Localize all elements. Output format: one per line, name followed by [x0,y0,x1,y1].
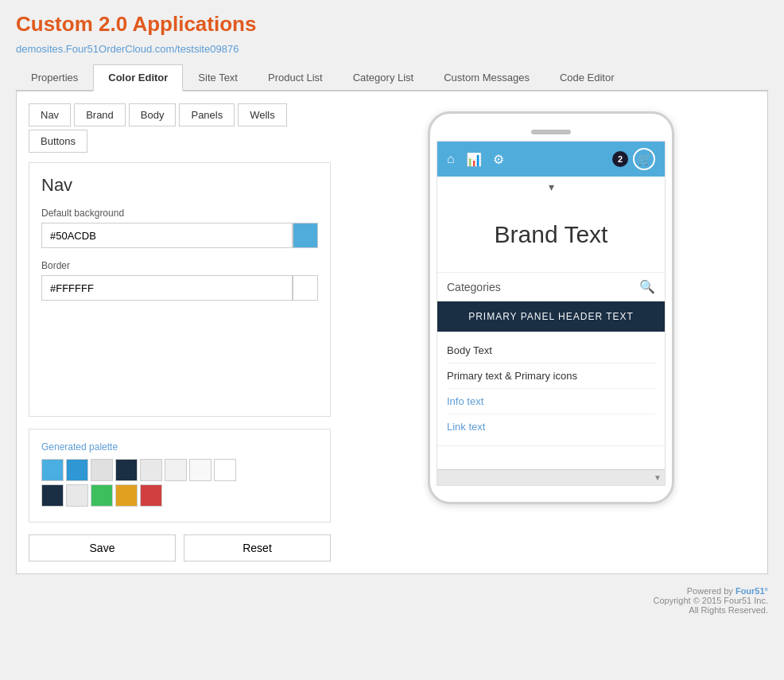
tab-category-list[interactable]: Category List [338,64,429,91]
subtab-panels[interactable]: Panels [179,103,235,126]
left-panel: Nav Brand Body Panels Wells Buttons Nav … [29,103,331,561]
chart-icon[interactable]: 📊 [466,152,482,167]
phone-screen: ⌂ 📊 ⚙ 2 🛒 ▾ Brand Text [437,141,666,486]
palette-swatch[interactable] [41,459,64,481]
body-item-3: Info text [447,389,655,414]
body-item-2: Primary text & Primary icons [447,363,655,389]
brand-text-display: Brand Text [445,221,657,248]
tab-site-text[interactable]: Site Text [183,64,253,91]
main-content: Nav Brand Body Panels Wells Buttons Nav … [16,91,768,574]
subtab-wells[interactable]: Wells [238,103,287,126]
right-panel: ⌂ 📊 ⚙ 2 🛒 ▾ Brand Text [347,103,755,561]
palette-swatch[interactable] [140,459,162,481]
color-swatch-border[interactable] [293,275,318,301]
palette-swatch[interactable] [165,459,187,481]
color-field-border [41,275,318,301]
palette-swatch[interactable] [115,459,138,481]
site-url[interactable]: demosites.Four51OrderCloud.com/testsite0… [16,43,768,55]
tab-color-editor[interactable]: Color Editor [93,64,183,91]
color-swatch-bg[interactable] [293,223,318,248]
field-label-default-bg: Default background [41,208,318,219]
body-items: Body Text Primary text & Primary icons I… [437,332,665,445]
editor-scroll-area[interactable]: Nav Default background Border [29,162,331,417]
page-title: Custom 2.0 Applications [16,12,768,37]
home-icon[interactable]: ⌂ [447,152,455,166]
tab-product-list[interactable]: Product List [253,64,338,91]
top-tabs: Properties Color Editor Site Text Produc… [16,64,768,91]
search-icon[interactable]: 🔍 [639,279,655,294]
footer-rights: All Rights Reserved. [689,605,768,615]
palette-swatch[interactable] [91,459,113,481]
cart-badge: 2 [612,151,628,167]
color-field-bg [41,223,318,248]
phone-nav-bar: ⌂ 📊 ⚙ 2 🛒 [437,142,665,177]
action-buttons: Save Reset [29,534,331,561]
palette-section: Generated palette [29,429,331,523]
editor-section-title: Nav [41,175,318,196]
categories-bar: Categories 🔍 [437,273,665,301]
palette-swatch[interactable] [189,459,212,481]
palette-swatch[interactable] [115,484,138,507]
phone-nav-right: 2 🛒 [612,148,655,170]
footer-powered-by: Powered by [687,586,735,596]
sub-tabs: Nav Brand Body Panels Wells Buttons [29,103,331,153]
subtab-nav[interactable]: Nav [29,103,71,126]
color-input-border[interactable] [41,275,293,301]
palette-swatch[interactable] [41,484,64,507]
tab-code-editor[interactable]: Code Editor [545,64,630,91]
footer-brand: Four51° [735,586,768,596]
phone-mockup: ⌂ 📊 ⚙ 2 🛒 ▾ Brand Text [428,111,674,504]
palette-swatch[interactable] [214,459,236,481]
palette-swatch[interactable] [91,484,113,507]
palette-swatch[interactable] [66,484,88,507]
footer-copyright: Copyright © 2015 Four51 Inc. [654,596,768,605]
subtab-body[interactable]: Body [129,103,177,126]
phone-top-bar [437,130,666,134]
phone-empty-space [437,445,665,469]
subtab-buttons[interactable]: Buttons [29,130,87,153]
primary-panel-header: PRIMARY PANEL HEADER TEXT [437,301,665,332]
color-input-bg[interactable] [41,223,293,248]
cart-icon[interactable]: 🛒 [633,148,655,170]
tab-custom-messages[interactable]: Custom Messages [429,64,545,91]
gear-icon[interactable]: ⚙ [493,152,504,167]
footer: Powered by Four51° Copyright © 2015 Four… [16,586,768,615]
palette-swatch[interactable] [140,484,162,507]
brand-area: Brand Text [437,197,665,273]
field-border: Border [41,260,318,301]
body-item-1: Body Text [447,338,655,363]
field-default-background: Default background [41,208,318,248]
phone-bottom-bar: ▼ [437,469,665,485]
palette-swatch[interactable] [66,459,88,481]
page-wrapper: Custom 2.0 Applications demosites.Four51… [0,0,784,680]
phone-chevron[interactable]: ▾ [437,177,665,197]
subtab-brand[interactable]: Brand [74,103,126,126]
palette-row-1 [41,459,318,481]
body-item-4: Link text [447,414,655,439]
palette-label: Generated palette [41,441,318,453]
palette-row-2 [41,484,318,507]
categories-label: Categories [447,281,501,293]
field-label-border: Border [41,260,318,271]
tab-properties[interactable]: Properties [16,64,93,91]
save-button[interactable]: Save [29,534,176,561]
phone-nav-icons: ⌂ 📊 ⚙ [447,152,504,167]
scroll-down-icon: ▼ [654,473,662,482]
reset-button[interactable]: Reset [184,534,331,561]
phone-speaker [531,130,571,134]
